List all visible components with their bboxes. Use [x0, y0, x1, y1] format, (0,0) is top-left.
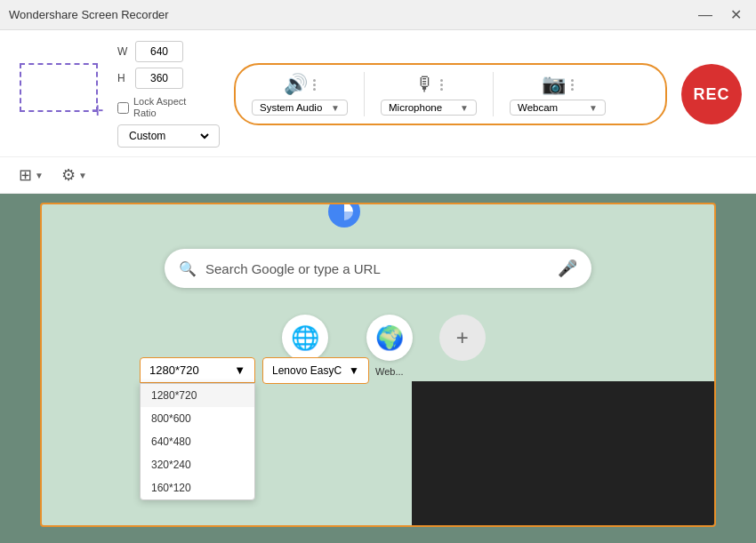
resolution-option-1[interactable]: 800*600: [141, 407, 254, 430]
settings-icon: ⚙: [61, 165, 76, 185]
add-icon: +: [456, 325, 469, 350]
app-icon-circle-2[interactable]: 🌍: [366, 315, 413, 361]
webcam-dropdown-chevron: ▼: [349, 364, 359, 377]
lock-checkbox[interactable]: [117, 102, 129, 114]
webcam-label: Webcam: [518, 102, 585, 113]
webcam-icon: 📷: [542, 73, 566, 96]
web-icon: 🌍: [375, 324, 404, 352]
width-row: W: [117, 41, 220, 62]
search-bar[interactable]: 🔍 Search Google or type a URL 🎤: [165, 249, 591, 288]
system-audio-dots: [313, 79, 316, 91]
microphone-icon-row: 🎙: [415, 73, 443, 96]
add-icon-item: +: [439, 315, 486, 377]
chrome-icon: 🌐: [291, 324, 319, 352]
custom-dropdown[interactable]: Custom Full Screen 1920x1080 1280x720: [117, 124, 220, 148]
dropdown-area: 1280*720 ▼ 1280*720 800*600 640*480 320*…: [140, 357, 369, 500]
search-icon: 🔍: [179, 260, 197, 277]
microphone-label: Microphone: [389, 102, 456, 113]
browser-window: 🔍 Search Google or type a URL 🎤 🌐 [OFFIC…: [40, 203, 716, 527]
search-area: 🔍 Search Google or type a URL 🎤: [42, 231, 714, 297]
move-handle[interactable]: ✛: [91, 105, 103, 117]
minimize-button[interactable]: —: [693, 6, 718, 24]
custom-select[interactable]: Custom Full Screen 1920x1080 1280x720: [125, 129, 212, 143]
resolution-popup: 1280*720 800*600 640*480 320*240 160*120: [140, 383, 255, 500]
height-label: H: [117, 72, 130, 84]
webcam-dots: [571, 79, 574, 91]
rec-button[interactable]: REC: [681, 64, 742, 124]
microphone-icon: 🎙: [415, 73, 435, 96]
av-divider-1: [364, 72, 365, 116]
screen-layout-chevron: ▼: [35, 171, 44, 180]
window-controls: — ✕: [693, 6, 747, 24]
screen-layout-icon: ⊞: [19, 165, 32, 185]
av-divider-2: [493, 72, 494, 116]
capture-preview: ✛: [14, 63, 103, 125]
av-panel: 🔊 System Audio ▼ 🎙 Microphone ▼: [234, 63, 667, 125]
search-placeholder: Search Google or type a URL: [205, 261, 549, 276]
app2-label: Web...: [375, 366, 404, 377]
system-audio-control: 🔊 System Audio ▼: [252, 73, 348, 116]
webcam-selector[interactable]: Lenovo EasyC ▼: [262, 357, 369, 384]
settings-button[interactable]: ⚙ ▼: [57, 163, 92, 188]
close-button[interactable]: ✕: [725, 6, 747, 24]
app-title: Wondershare Screen Recorder: [9, 8, 169, 21]
system-audio-chevron: ▼: [331, 103, 340, 113]
microphone-dots: [440, 79, 443, 91]
app-icon-2: 🌍 Web...: [366, 315, 413, 377]
resolution-chevron: ▼: [234, 363, 245, 377]
system-audio-icon-row: 🔊: [284, 73, 316, 96]
height-input[interactable]: [135, 68, 183, 89]
screen-layout-button[interactable]: ⊞ ▼: [14, 163, 48, 188]
microphone-dropdown[interactable]: Microphone ▼: [381, 100, 477, 116]
webcam-icon-row: 📷: [542, 73, 574, 96]
webcam-selected-label: Lenovo EasyC: [272, 364, 342, 377]
webcam-control: 📷 Webcam ▼: [510, 73, 606, 116]
add-button[interactable]: +: [439, 315, 486, 361]
app-icon-circle-1[interactable]: 🌐: [282, 315, 328, 361]
background-area: 🔍 Search Google or type a URL 🎤 🌐 [OFFIC…: [0, 194, 756, 540]
wh-inputs: W H: [117, 41, 220, 89]
height-row: H: [117, 68, 220, 89]
settings-chevron: ▼: [78, 171, 87, 180]
microphone-control: 🎙 Microphone ▼: [381, 73, 477, 116]
lock-label: Lock AspectRatio: [133, 96, 186, 119]
resolution-option-2[interactable]: 640*480: [141, 430, 254, 453]
system-audio-icon: 🔊: [284, 73, 308, 96]
capture-box: ✛: [20, 63, 98, 112]
width-label: W: [117, 45, 130, 58]
system-audio-label: System Audio: [260, 102, 327, 113]
title-bar: Wondershare Screen Recorder — ✕: [0, 0, 756, 30]
system-audio-dropdown[interactable]: System Audio ▼: [252, 100, 348, 116]
google-logo: [326, 203, 362, 232]
toolbar-row: ⊞ ▼ ⚙ ▼: [0, 157, 756, 194]
resolution-option-3[interactable]: 320*240: [141, 453, 254, 476]
lock-section: Lock AspectRatio: [117, 96, 220, 119]
main-panel: ✛ W H Lock AspectRatio Custom Full Scree…: [0, 30, 756, 157]
dimension-controls: W H Lock AspectRatio Custom Full Screen …: [117, 41, 220, 148]
mic-icon: 🎤: [558, 259, 577, 278]
webcam-chevron: ▼: [589, 103, 598, 113]
resolution-option-4[interactable]: 160*120: [141, 476, 254, 499]
resolution-dropdown-container: 1280*720 ▼ 1280*720 800*600 640*480 320*…: [140, 357, 255, 500]
browser-dark-area: [412, 381, 714, 525]
webcam-dropdown[interactable]: Webcam ▼: [510, 100, 606, 116]
microphone-chevron: ▼: [460, 103, 469, 113]
resolution-selected: 1280*720: [149, 363, 199, 377]
width-input[interactable]: [135, 41, 183, 62]
resolution-option-0[interactable]: 1280*720: [141, 384, 254, 407]
resolution-dropdown-header[interactable]: 1280*720 ▼: [140, 357, 255, 383]
